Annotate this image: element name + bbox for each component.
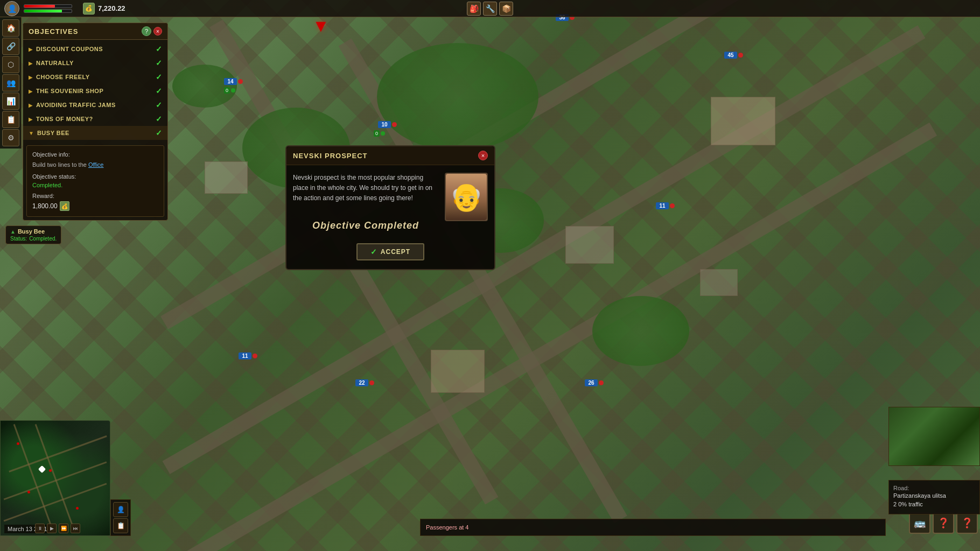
badge-26: 26 xyxy=(585,379,604,386)
obj-arrow-money: ▶ xyxy=(29,116,33,122)
obj-info-text: Build two lines to the Office xyxy=(32,161,158,169)
badge-10-count: 10 xyxy=(378,121,391,128)
right-info-panel: Road: Partizanskaya ulitsa 2 0% traffic xyxy=(888,480,980,514)
road-value: Partizanskaya ulitsa xyxy=(893,492,975,499)
dialog-footer: ✓ ACCEPT xyxy=(286,239,494,260)
bag-icon-btn[interactable]: 🎒 xyxy=(467,2,481,16)
badge-0b: 0 xyxy=(374,130,385,137)
dialog-title: NEVSKI PROSPECT xyxy=(293,152,368,160)
dialog-body: Nevski prospect is the most popular shop… xyxy=(286,165,494,239)
tool-link[interactable]: 🔗 xyxy=(2,38,19,55)
minimap[interactable] xyxy=(0,420,110,536)
obj-check-money: ✓ xyxy=(156,115,162,123)
badge-14-count: 14 xyxy=(224,78,237,85)
badge-11b-dot xyxy=(253,354,257,358)
obj-item-souvenir-shop[interactable]: ▶ THE SOUVENIR SHOP ✓ xyxy=(23,84,167,98)
obj-check-choose: ✓ xyxy=(156,73,162,81)
tools-icon-btn[interactable]: 🔧 xyxy=(483,2,497,16)
obj-check-naturally: ✓ xyxy=(156,59,162,67)
notif-title: Busy Bee xyxy=(18,228,45,235)
badge-45-count: 45 xyxy=(724,52,737,59)
objectives-close-button[interactable]: × xyxy=(153,27,162,36)
obj-check-busy: ✓ xyxy=(156,129,162,137)
accept-check-icon: ✓ xyxy=(370,248,377,256)
br-icon-btn-3[interactable]: ❓ xyxy=(956,512,978,534)
minimap-btn-person[interactable]: 👤 xyxy=(113,502,128,517)
box-icon-btn[interactable]: 📦 xyxy=(499,2,513,16)
obj-reward-amount: 1,800.00 xyxy=(32,202,58,210)
right-thumbnail xyxy=(888,407,980,466)
dialog-text-area: Nevski prospect is the most popular shop… xyxy=(293,173,438,231)
obj-item-discount-coupons[interactable]: ▶ DISCOUNT COUPONS ✓ xyxy=(23,42,167,56)
minimap-controls: 👤 📋 xyxy=(110,499,131,536)
badge-14: 14 xyxy=(224,78,243,85)
fast-forward2-button[interactable]: ⏭ xyxy=(71,524,80,533)
obj-arrow-busy: ▼ xyxy=(29,130,34,136)
obj-item-choose-freely[interactable]: ▶ CHOOSE FREELY ✓ xyxy=(23,70,167,84)
minimap-dot-4 xyxy=(76,507,79,510)
pause-button[interactable]: ⏸ xyxy=(35,524,45,533)
player-avatar: 👤 xyxy=(4,1,19,16)
road-label: Road: xyxy=(893,485,975,491)
tool-home[interactable]: 🏠 xyxy=(2,19,19,37)
play-button[interactable]: ▶ xyxy=(47,524,57,533)
obj-item-busy-bee[interactable]: ▼ BUSY BEE ✓ xyxy=(23,126,167,140)
thumbnail-content xyxy=(889,407,979,465)
obj-status-label: Objective status: xyxy=(32,173,158,180)
badge-26-count: 26 xyxy=(585,379,598,386)
accept-label: ACCEPT xyxy=(381,248,410,256)
red-arrow-indicator: ▼ xyxy=(312,16,330,36)
tool-people[interactable]: 👥 xyxy=(2,74,19,91)
obj-item-money[interactable]: ▶ TONS OF MONEY? ✓ xyxy=(23,112,167,126)
minimap-btn-list[interactable]: 📋 xyxy=(113,518,128,533)
obj-arrow-traffic: ▶ xyxy=(29,102,33,108)
obj-info-highlight: Office xyxy=(88,161,104,168)
badge-10-dot xyxy=(392,122,397,127)
tool-list[interactable]: 📋 xyxy=(2,111,19,128)
objectives-panel: OBJECTIVES ? × ▶ DISCOUNT COUPONS ✓ ▶ NA… xyxy=(23,23,168,221)
badge-14-dot xyxy=(238,79,243,84)
portrait-face xyxy=(446,174,487,220)
accept-button[interactable]: ✓ ACCEPT xyxy=(356,243,424,260)
dialog-close-button[interactable]: × xyxy=(478,151,488,160)
tool-road[interactable]: ⬡ xyxy=(2,56,19,73)
obj-label-traffic: AVOIDING TRAFFIC JAMS xyxy=(36,102,152,108)
br-icon-btn-1[interactable]: 🚌 xyxy=(909,512,930,534)
tool-settings[interactable]: ⚙ xyxy=(2,129,19,146)
obj-reward-label: Reward: xyxy=(32,193,158,199)
reward-icon: 💰 xyxy=(60,201,69,211)
top-center-icons: 🎒 🔧 📦 xyxy=(467,2,513,16)
tool-chart[interactable]: 📊 xyxy=(2,93,19,110)
obj-label-money: TONS OF MONEY? xyxy=(36,116,152,122)
obj-item-naturally[interactable]: ▶ NATURALLY ✓ xyxy=(23,56,167,70)
badge-22-dot xyxy=(369,380,374,385)
badge-22: 22 xyxy=(355,379,374,386)
fast-forward-button[interactable]: ⏩ xyxy=(59,524,68,533)
top-bar: 👤 💰 7,220.22 🎒 🔧 📦 xyxy=(0,0,980,17)
minimap-content xyxy=(1,421,110,535)
passengers-text: Passengers at 4 xyxy=(426,524,469,531)
obj-arrow-choose: ▶ xyxy=(29,74,33,80)
obj-arrow-souvenir: ▶ xyxy=(29,88,33,94)
badge-0a-dot xyxy=(231,88,235,93)
br-icon-btn-2[interactable]: ❓ xyxy=(933,512,954,534)
dialog-description: Nevski prospect is the most popular shop… xyxy=(293,173,438,204)
objectives-list: ▶ DISCOUNT COUPONS ✓ ▶ NATURALLY ✓ ▶ CHO… xyxy=(23,40,167,142)
traffic-value: 2 0% traffic xyxy=(893,501,975,507)
obj-label-souvenir: THE SOUVENIR SHOP xyxy=(36,88,152,94)
obj-label-busy: BUSY BEE xyxy=(37,130,152,136)
obj-label-choose: CHOOSE FREELY xyxy=(36,74,152,80)
minimap-player-marker xyxy=(38,465,46,473)
badge-22-count: 22 xyxy=(355,379,368,386)
badge-11b-count: 11 xyxy=(239,352,251,359)
obj-item-traffic[interactable]: ▶ AVOIDING TRAFFIC JAMS ✓ xyxy=(23,98,167,112)
objectives-help-button[interactable]: ? xyxy=(142,26,151,36)
obj-label-discount: DISCOUNT COUPONS xyxy=(36,46,152,52)
badge-0a: 0 xyxy=(224,87,235,94)
objectives-header: OBJECTIVES ? × xyxy=(23,23,167,40)
minimap-dot-3 xyxy=(27,491,30,493)
dialog-portrait xyxy=(445,173,488,221)
dialog-objective-completed: Objective Completed xyxy=(293,220,438,231)
badge-11: 11 xyxy=(656,202,675,209)
nevski-dialog: NEVSKI PROSPECT × Nevski prospect is the… xyxy=(285,145,495,270)
